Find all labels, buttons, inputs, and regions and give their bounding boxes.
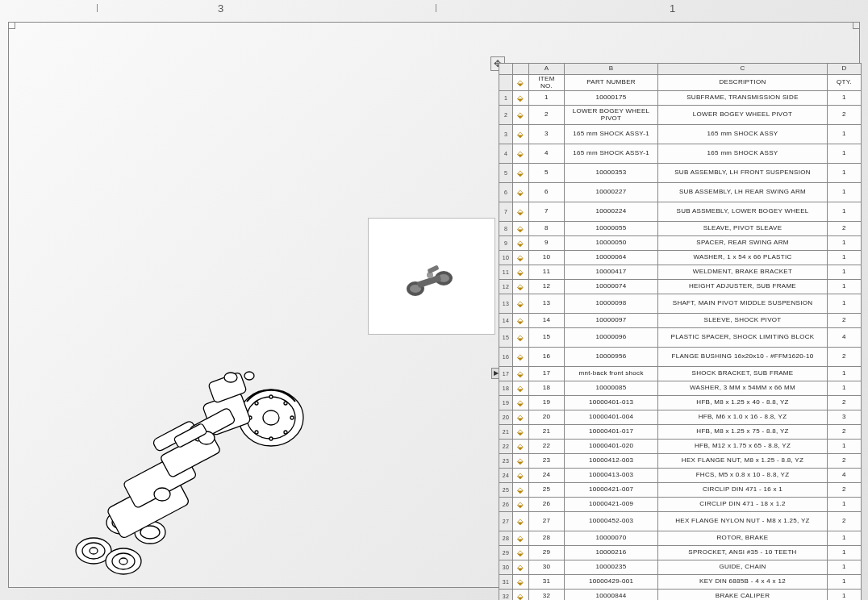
- table-row[interactable]: 20⬙2010000401-004HFB, M6 x 1.0 x 16 - 8.…: [499, 410, 862, 425]
- component-cell[interactable]: ⬙: [513, 440, 529, 454]
- component-cell[interactable]: ⬙: [513, 183, 529, 202]
- table-row[interactable]: 21⬙2110000401-017HFB, M8 x 1.25 x 75 - 8…: [499, 425, 862, 440]
- col-letter-d[interactable]: D: [827, 64, 861, 75]
- component-cell[interactable]: ⬙: [513, 498, 529, 512]
- row-number[interactable]: 27: [499, 512, 513, 531]
- table-row[interactable]: 32⬙3210000844BRAKE CALIPER1: [499, 590, 862, 600]
- component-cell[interactable]: ⬙: [513, 144, 529, 164]
- component-cell[interactable]: ⬙: [513, 125, 529, 144]
- table-row[interactable]: 22⬙2210000401-020HFB, M12 x 1.75 x 65 - …: [499, 440, 862, 454]
- table-row[interactable]: 18⬙1810000085WASHER, 3 MM x 54MM x 66 MM…: [499, 381, 862, 396]
- row-number[interactable]: 1: [499, 91, 513, 106]
- component-cell[interactable]: ⬙: [513, 236, 529, 251]
- row-number[interactable]: 10: [499, 251, 513, 265]
- table-row[interactable]: 4⬙4165 mm SHOCK ASSY-1165 mm SHOCK ASSY1: [499, 144, 862, 164]
- component-cell[interactable]: ⬙: [513, 483, 529, 498]
- row-number[interactable]: 5: [499, 164, 513, 183]
- component-cell[interactable]: ⬙: [513, 222, 529, 236]
- row-number[interactable]: 3: [499, 125, 513, 144]
- row-number[interactable]: 17: [499, 367, 513, 381]
- row-number[interactable]: 2: [499, 106, 513, 125]
- col-letter-c[interactable]: C: [658, 64, 828, 75]
- assembly-isometric-drawing[interactable]: [49, 353, 332, 595]
- row-number[interactable]: 19: [499, 396, 513, 410]
- row-number[interactable]: 30: [499, 560, 513, 575]
- component-cell[interactable]: ⬙: [513, 546, 529, 560]
- component-cell[interactable]: ⬙: [513, 531, 529, 546]
- row-number[interactable]: 13: [499, 294, 513, 314]
- row-number[interactable]: 25: [499, 483, 513, 498]
- header-row[interactable]: ⬙ ITEM NO. PART NUMBER DESCRIPTION QTY.: [499, 74, 862, 91]
- table-row[interactable]: 23⬙2310000412-003HEX FLANGE NUT, M8 x 1.…: [499, 454, 862, 469]
- component-cell[interactable]: ⬙: [513, 164, 529, 183]
- component-cell[interactable]: ⬙: [513, 410, 529, 425]
- table-row[interactable]: 25⬙2510000421-007CIRCLIP DIN 471 - 16 x …: [499, 483, 862, 498]
- component-cell[interactable]: ⬙: [513, 106, 529, 125]
- row-number[interactable]: 18: [499, 381, 513, 396]
- table-row[interactable]: 12⬙1210000074HEIGHT ADJUSTER, SUB FRAME1: [499, 280, 862, 294]
- component-cell[interactable]: ⬙: [513, 328, 529, 348]
- component-cell[interactable]: ⬙: [513, 454, 529, 469]
- row-number[interactable]: 8: [499, 222, 513, 236]
- row-number[interactable]: 9: [499, 236, 513, 251]
- component-cell[interactable]: ⬙: [513, 575, 529, 590]
- component-cell[interactable]: ⬙: [513, 590, 529, 600]
- table-row[interactable]: 19⬙1910000401-013HFB, M8 x 1.25 x 40 - 8…: [499, 396, 862, 410]
- row-number[interactable]: 23: [499, 454, 513, 469]
- table-row[interactable]: 8⬙810000055SLEAVE, PIVOT SLEAVE2: [499, 222, 862, 236]
- row-number[interactable]: 12: [499, 280, 513, 294]
- table-row[interactable]: 27⬙2710000452-003HEX FLANGE NYLON NUT - …: [499, 512, 862, 531]
- drawing-sheet[interactable]: ✥ ▶: [8, 22, 860, 588]
- row-number[interactable]: 22: [499, 440, 513, 454]
- row-number[interactable]: 15: [499, 328, 513, 348]
- table-row[interactable]: 6⬙610000227SUB ASSEMBLY, LH REAR SWING A…: [499, 183, 862, 202]
- col-letter-b[interactable]: B: [565, 64, 658, 75]
- component-cell[interactable]: ⬙: [513, 348, 529, 367]
- table-row[interactable]: 15⬙1510000096PLASTIC SPACER, SHOCK LIMIT…: [499, 328, 862, 348]
- row-number[interactable]: 14: [499, 314, 513, 328]
- component-cell[interactable]: ⬙: [513, 425, 529, 440]
- table-row[interactable]: 29⬙2910000216SPROCKET, ANSI #35 - 10 TEE…: [499, 546, 862, 560]
- row-number[interactable]: 32: [499, 590, 513, 600]
- component-cell[interactable]: ⬙: [513, 381, 529, 396]
- row-number[interactable]: 20: [499, 410, 513, 425]
- component-cell[interactable]: ⬙: [513, 512, 529, 531]
- table-row[interactable]: 10⬙1010000064WASHER, 1 x 54 x 66 PLASTIC…: [499, 251, 862, 265]
- col-letter-a[interactable]: A: [528, 64, 564, 75]
- table-row[interactable]: 30⬙3010000235GUIDE, CHAIN1: [499, 560, 862, 575]
- component-cell[interactable]: ⬙: [513, 560, 529, 575]
- row-number[interactable]: 6: [499, 183, 513, 202]
- component-cell[interactable]: ⬙: [513, 396, 529, 410]
- component-cell[interactable]: ⬙: [513, 251, 529, 265]
- table-row[interactable]: 9⬙910000050SPACER, REAR SWING ARM1: [499, 236, 862, 251]
- component-cell[interactable]: ⬙: [513, 280, 529, 294]
- table-row[interactable]: 31⬙3110000429-001KEY DIN 6885B - 4 x 4 x…: [499, 575, 862, 590]
- table-row[interactable]: 5⬙510000353SUB ASSEMBLY, LH FRONT SUSPEN…: [499, 164, 862, 183]
- row-number[interactable]: 21: [499, 425, 513, 440]
- row-number[interactable]: 28: [499, 531, 513, 546]
- table-row[interactable]: 26⬙2610000421-009CIRCLIP DIN 471 - 18 x …: [499, 498, 862, 512]
- table-row[interactable]: 7⬙710000224SUB ASSMEBLY, LOWER BOGEY WHE…: [499, 202, 862, 222]
- component-cell[interactable]: ⬙: [513, 469, 529, 483]
- table-row[interactable]: 11⬙1110000417WELDMENT, BRAKE BRACKET1: [499, 265, 862, 280]
- component-cell[interactable]: ⬙: [513, 367, 529, 381]
- component-cell[interactable]: ⬙: [513, 265, 529, 280]
- table-row[interactable]: 28⬙2810000070ROTOR, BRAKE1: [499, 531, 862, 546]
- table-row[interactable]: 2⬙2LOWER BOGEY WHEEL PIVOTLOWER BOGEY WH…: [499, 106, 862, 125]
- table-row[interactable]: 17⬙17mnt-back front shockSHOCK BRACKET, …: [499, 367, 862, 381]
- bom-table[interactable]: A B C D ⬙ ITEM NO. PART NUMBER DESCRIPTI…: [499, 63, 862, 600]
- component-preview[interactable]: [368, 218, 495, 335]
- component-cell[interactable]: ⬙: [513, 91, 529, 106]
- table-row[interactable]: 14⬙1410000097SLEEVE, SHOCK PIVOT2: [499, 314, 862, 328]
- table-row[interactable]: 1⬙110000175SUBFRAME, TRANSMISSION SIDE1: [499, 91, 862, 106]
- table-row[interactable]: 13⬙1310000098SHAFT, MAIN PIVOT MIDDLE SU…: [499, 294, 862, 314]
- component-cell[interactable]: ⬙: [513, 294, 529, 314]
- row-number[interactable]: 4: [499, 144, 513, 164]
- row-number[interactable]: 24: [499, 469, 513, 483]
- table-row[interactable]: 16⬙1610000956FLANGE BUSHING 16x20x10 - #…: [499, 348, 862, 367]
- component-cell[interactable]: ⬙: [513, 202, 529, 222]
- row-number[interactable]: 26: [499, 498, 513, 512]
- table-row[interactable]: 24⬙2410000413-003FHCS, M5 x 0.8 x 10 - 8…: [499, 469, 862, 483]
- row-number[interactable]: 31: [499, 575, 513, 590]
- row-number[interactable]: 16: [499, 348, 513, 367]
